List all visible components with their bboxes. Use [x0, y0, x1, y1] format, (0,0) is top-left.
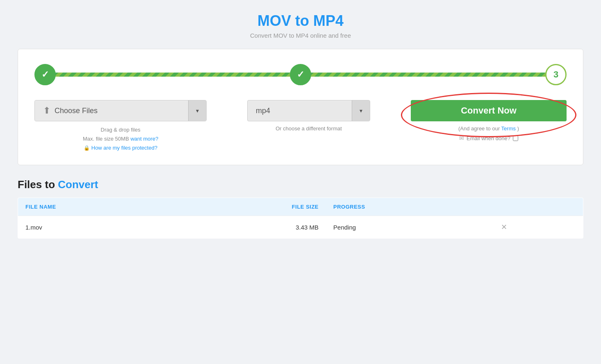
convert-now-button[interactable]: Convert Now — [411, 100, 567, 121]
choose-files-dropdown[interactable]: ▾ — [188, 100, 206, 121]
convert-terms: (And agree to our Terms ) — [458, 125, 519, 132]
converter-card: ✓ ✓ 3 ⬆ Choose Files ▾ Drag & drop fi — [18, 49, 583, 165]
choose-files-label: Choose Files — [55, 107, 98, 115]
terms-link[interactable]: Terms — [501, 125, 516, 132]
remove-file-button[interactable]: ✕ — [499, 223, 510, 232]
col-filesize: FILE SIZE — [179, 198, 326, 216]
choose-files-button[interactable]: ⬆ Choose Files — [35, 100, 188, 121]
controls-row: ⬆ Choose Files ▾ Drag & drop files Max. … — [34, 100, 567, 152]
files-section: Files to Convert FILE NAME FILE SIZE PRO… — [18, 178, 583, 239]
step-2-circle: ✓ — [290, 64, 311, 85]
format-hint: Or choose a different format — [275, 125, 342, 132]
file-status: Pending — [326, 216, 491, 239]
col-progress: PROGRESS — [326, 198, 491, 216]
step-3-circle: 3 — [545, 64, 567, 85]
convert-section: Convert Now (And agree to our Terms ) ✉ … — [411, 100, 567, 141]
files-table: FILE NAME FILE SIZE PROGRESS 1.mov 3.43 … — [18, 198, 583, 239]
page-subtitle: Convert MOV to MP4 online and free — [8, 32, 593, 39]
lock-icon: 🔒 — [84, 145, 90, 151]
format-section: mp4 ▾ Or choose a different format — [247, 100, 370, 132]
file-protection-link[interactable]: How are my files protected? — [91, 145, 157, 151]
file-name: 1.mov — [18, 216, 179, 239]
col-filename: FILE NAME — [18, 198, 179, 216]
email-when-done: ✉ Email when done? — [459, 135, 518, 141]
page-title: MOV to MP4 — [8, 12, 593, 30]
choose-files-info: Drag & drop files Max. file size 50MB wa… — [83, 125, 158, 152]
mail-icon: ✉ — [459, 135, 464, 141]
table-row: 1.mov 3.43 MB Pending ✕ — [18, 216, 583, 239]
progress-line-1 — [55, 73, 291, 77]
email-when-done-checkbox[interactable] — [513, 136, 518, 141]
progress-line-2 — [310, 73, 546, 77]
step-1-circle: ✓ — [34, 64, 56, 85]
format-value: mp4 — [248, 100, 352, 121]
upload-icon: ⬆ — [43, 105, 50, 116]
files-heading: Files to Convert — [18, 178, 583, 191]
choose-files-wrapper: ⬆ Choose Files ▾ — [34, 100, 207, 121]
format-wrapper: mp4 ▾ — [247, 100, 370, 121]
file-size: 3.43 MB — [179, 216, 326, 239]
want-more-link[interactable]: want more? — [130, 136, 158, 142]
format-dropdown[interactable]: ▾ — [352, 100, 370, 121]
col-remove — [491, 198, 583, 216]
choose-files-section: ⬆ Choose Files ▾ Drag & drop files Max. … — [34, 100, 207, 152]
table-header-row: FILE NAME FILE SIZE PROGRESS — [18, 198, 583, 216]
progress-bar: ✓ ✓ 3 — [34, 64, 567, 85]
